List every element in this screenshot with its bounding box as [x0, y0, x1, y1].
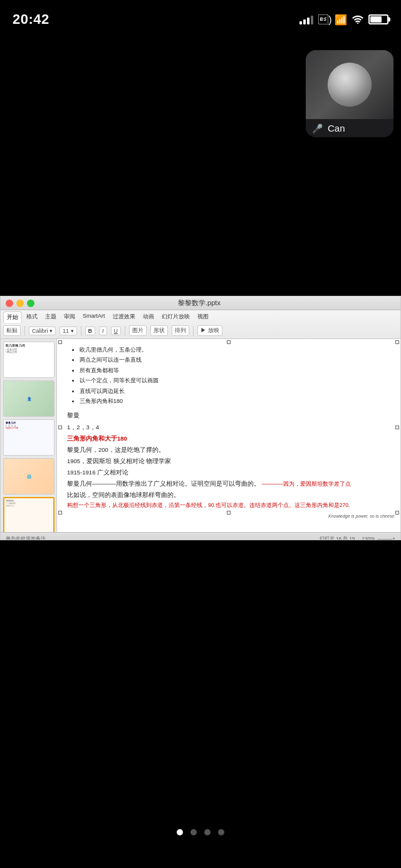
notes-hint: 单击此处添加备注: [6, 535, 46, 540]
italic-button[interactable]: I: [99, 327, 107, 335]
insert-shape-button[interactable]: 形状: [150, 325, 168, 336]
tab-home[interactable]: 开始: [3, 311, 22, 323]
riemann-nums: 1，2，3，4: [67, 422, 390, 432]
slide-thumb-3[interactable]: 黎曼几何 1，2，3，4 内角和大于180: [3, 419, 55, 456]
paste-button[interactable]: 粘贴: [3, 325, 21, 336]
separator: [81, 326, 81, 336]
maximize-button[interactable]: [27, 300, 34, 307]
wifi-icon: [352, 15, 363, 24]
battery-icon: [368, 14, 388, 24]
resize-handle-bl[interactable]: [58, 511, 62, 515]
ppt-statusbar: 单击此处添加备注 幻灯片 16 共 19 130% ―——+: [1, 532, 400, 540]
tab-slideshow[interactable]: 幻灯片放映: [159, 311, 193, 323]
status-time: 20:42: [13, 11, 49, 28]
para6-red: 构想一个三角形，从北极沿经线到赤道，沿第一条经线，90.也可以赤道。连结赤道两个…: [67, 501, 390, 510]
einstein-note: ————因为，爱因斯坦数学差了点: [262, 481, 351, 487]
ribbon: 开始 格式 主题 审阅 SmartArt 过渡效果 动画 幻灯片放映 视图 粘贴…: [1, 310, 400, 339]
bottom-black-area: [0, 540, 401, 868]
para5: 比如说，空间的表面像地球那样弯曲的。: [67, 490, 390, 499]
bullet-6: 三角形内角和180: [80, 397, 390, 405]
page-dots: [177, 829, 224, 835]
section-riemann: 黎曼: [67, 410, 390, 420]
signal-bars-icon: [299, 14, 313, 24]
close-button[interactable]: [6, 300, 13, 307]
slide-thumb-5[interactable]: 爱因斯坦 广义相对论 黎曼几何...: [3, 497, 55, 532]
bullet-2: 两点之间可以连一条直线: [80, 355, 390, 364]
bullet-3: 所有直角都相等: [80, 366, 390, 375]
slide-thumb-2[interactable]: 👤: [3, 380, 55, 417]
tab-transitions[interactable]: 过渡效果: [110, 311, 138, 323]
slideshow-button[interactable]: ▶ 放映: [197, 325, 222, 336]
status-bar: 20:42 ) 📶: [0, 0, 401, 33]
ribbon-tabs[interactable]: 开始 格式 主题 审阅 SmartArt 过渡效果 动画 幻灯片放映 视图: [3, 311, 398, 323]
window-controls[interactable]: [6, 300, 34, 307]
slide-panel[interactable]: 欧几里德 几何 • 五条公理 • 两点之间 👤 黎曼几何 1，2，3，4 内角和…: [1, 339, 57, 532]
separator: [125, 326, 125, 336]
ppt-body: 欧几里德 几何 • 五条公理 • 两点之间 👤 黎曼几何 1，2，3，4 内角和…: [1, 339, 400, 532]
resize-handle-br[interactable]: [395, 511, 399, 515]
insert-image-button[interactable]: 图片: [129, 325, 147, 336]
slide-count: 幻灯片 16 共 19 130% ―——+: [320, 535, 395, 540]
tab-theme[interactable]: 主题: [42, 311, 60, 323]
tab-format[interactable]: 格式: [23, 311, 41, 323]
bottom-note: Knowledge is power, so is cheese.: [328, 514, 395, 518]
window-title: 黎黎数学.pptx: [34, 298, 364, 308]
main-slide[interactable]: 欧几里德几何，五条公理。 两点之间可以连一条直线 所有直角都相等 以一个定点，同…: [57, 339, 400, 532]
bullet-4: 以一个定点，同等长度可以画圆: [80, 376, 390, 385]
red-text: 三角形内角和大于180: [67, 434, 390, 443]
page-dot-3[interactable]: [204, 829, 211, 835]
call-widget[interactable]: 🎤 Can: [306, 50, 393, 137]
resize-handle-mr[interactable]: [395, 426, 399, 429]
separator: [24, 326, 25, 336]
resize-handle-tm[interactable]: [227, 340, 231, 344]
resize-handle-tr[interactable]: [395, 340, 399, 344]
page-dot-4[interactable]: [218, 829, 224, 835]
title-bar: 黎黎数学.pptx: [1, 296, 400, 310]
wifi-icon: ) 📶: [318, 14, 347, 26]
call-name: Can: [328, 123, 345, 133]
bold-button[interactable]: B: [85, 327, 96, 335]
resize-handle-ml[interactable]: [58, 426, 62, 429]
slide-thumb-4[interactable]: 🌐: [3, 458, 55, 494]
call-photo: [306, 50, 393, 119]
microphone-icon: 🎤: [312, 123, 323, 133]
font-selector[interactable]: Calibri ▾: [29, 327, 56, 335]
slide-thumb-1[interactable]: 欧几里德 几何 • 五条公理 • 两点之间: [3, 342, 55, 378]
page-dot-1[interactable]: [177, 829, 183, 835]
ribbon-toolbar: 粘贴 Calibri ▾ 11 ▾ B I U 图片 形状 排列 ▶ 放映: [3, 324, 398, 337]
tab-smartart[interactable]: SmartArt: [80, 311, 108, 323]
ppt-window: 黎黎数学.pptx 开始 格式 主题 审阅 SmartArt 过渡效果 动画 幻…: [0, 296, 401, 540]
status-icons: ) 📶: [299, 14, 388, 26]
para2: 1905，爱因斯坦 狭义相对论 物理学家: [67, 456, 390, 466]
resize-handle-bm[interactable]: [227, 511, 231, 515]
minimize-button[interactable]: [16, 300, 24, 307]
page-dot-2[interactable]: [190, 829, 197, 835]
para1: 黎曼几何，200，这是吃饱了撑的。: [67, 445, 390, 454]
para4: 黎曼几何————用数学推出了广义相对论。证明空间是可以弯曲的。 ————因为，爱…: [67, 479, 390, 489]
underline-button[interactable]: U: [111, 327, 122, 335]
slide-content: 欧几里德几何，五条公理。 两点之间可以连一条直线 所有直角都相等 以一个定点，同…: [67, 345, 390, 510]
tab-review[interactable]: 审阅: [61, 311, 78, 323]
separator: [193, 326, 194, 336]
svg-point-0: [357, 23, 358, 24]
tab-animation[interactable]: 动画: [140, 311, 157, 323]
tab-view[interactable]: 视图: [194, 311, 212, 323]
arrange-button[interactable]: 排列: [172, 325, 189, 336]
black-background: [0, 0, 401, 295]
bullet-1: 欧几里德几何，五条公理。: [80, 345, 390, 354]
bullet-5: 直线可以两边延长: [80, 387, 390, 395]
avatar: [328, 63, 372, 107]
resize-handle-tl[interactable]: [58, 340, 62, 344]
para3: 1915-1916 广义相对论: [67, 468, 390, 477]
font-size[interactable]: 11 ▾: [60, 327, 77, 335]
call-widget-bottom: 🎤 Can: [306, 119, 393, 137]
